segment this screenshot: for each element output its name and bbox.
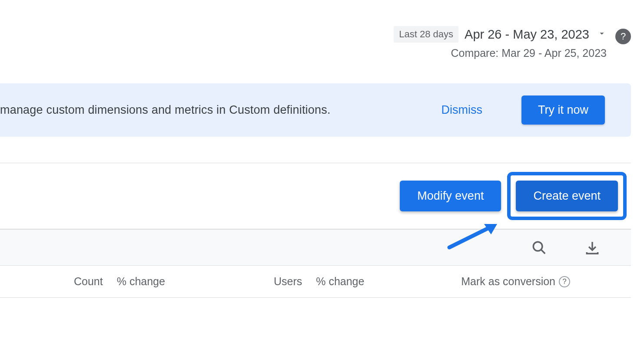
help-icon[interactable]: ? <box>615 29 631 44</box>
column-count: Count <box>74 275 103 288</box>
chevron-down-icon <box>597 29 607 40</box>
column-mark-conversion: Mark as conversion ? <box>461 275 570 288</box>
banner-message: manage custom dimensions and metrics in … <box>0 103 441 117</box>
search-icon[interactable] <box>531 239 547 256</box>
info-banner: manage custom dimensions and metrics in … <box>0 83 631 137</box>
create-event-highlight: Create event <box>507 172 627 220</box>
date-range-text: Apr 26 - May 23, 2023 <box>465 27 589 42</box>
event-actions-bar: Modify event Create event <box>0 163 631 229</box>
dismiss-button[interactable]: Dismiss <box>441 103 482 117</box>
help-small-icon[interactable]: ? <box>559 276 570 287</box>
date-range-picker[interactable]: Last 28 days Apr 26 - May 23, 2023 Compa… <box>394 26 607 59</box>
modify-event-button[interactable]: Modify event <box>400 181 501 211</box>
column-pct-change-count: % change <box>117 275 165 288</box>
column-users: Users <box>274 275 302 288</box>
svg-point-0 <box>533 242 542 251</box>
svg-line-1 <box>541 250 545 254</box>
download-icon[interactable] <box>584 239 601 256</box>
table-toolbar <box>0 229 631 266</box>
compare-range-text: Compare: Mar 29 - Apr 25, 2023 <box>394 47 607 59</box>
column-pct-change-users: % change <box>316 275 364 288</box>
try-it-now-button[interactable]: Try it now <box>521 95 605 125</box>
date-preset-badge: Last 28 days <box>394 26 458 43</box>
create-event-button[interactable]: Create event <box>516 181 618 211</box>
table-header-row: Count % change Users % change Mark as co… <box>0 266 631 298</box>
mark-conversion-label: Mark as conversion <box>461 275 555 288</box>
